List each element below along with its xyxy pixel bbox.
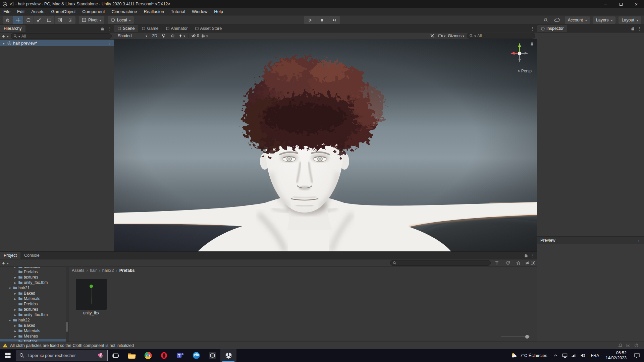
- kebab-menu-icon[interactable]: [637, 26, 642, 31]
- thumbnail-zoom-slider[interactable]: [501, 335, 530, 339]
- expand-arrow-icon[interactable]: [13, 280, 17, 285]
- transform-tool-button[interactable]: [55, 16, 65, 24]
- hidden-packages-toggle[interactable]: 10: [525, 261, 535, 265]
- scene-view-tab[interactable]: Game: [138, 25, 162, 32]
- menu-item[interactable]: Reallusion: [140, 8, 167, 15]
- taskbar-clock[interactable]: 06:52 14/02/2023: [602, 349, 630, 362]
- lock-icon[interactable]: [524, 253, 528, 258]
- notifications-icon[interactable]: [618, 343, 623, 348]
- folder-tree-row[interactable]: Baked: [0, 291, 68, 296]
- expand-arrow-icon[interactable]: [13, 275, 17, 280]
- activity-icon[interactable]: [626, 343, 631, 348]
- chevron-down-icon[interactable]: [7, 260, 9, 265]
- scene-view-tab[interactable]: Animator: [162, 25, 192, 32]
- taskbar-app-opera[interactable]: [156, 349, 172, 362]
- expand-arrow-icon[interactable]: [13, 328, 17, 333]
- scene-tools-toggle[interactable]: [428, 33, 436, 39]
- scrollbar-thumb[interactable]: [66, 322, 68, 332]
- expand-arrow-icon[interactable]: [13, 267, 17, 269]
- menu-item[interactable]: Edit: [14, 8, 28, 15]
- kebab-menu-icon[interactable]: [530, 26, 535, 31]
- tab-hierarchy[interactable]: Hierarchy: [0, 25, 25, 32]
- search-by-type-icon[interactable]: [493, 259, 501, 267]
- account-dropdown[interactable]: Account: [565, 16, 590, 24]
- kebab-menu-icon[interactable]: [107, 41, 114, 46]
- expand-arrow-icon[interactable]: [13, 312, 17, 317]
- gizmos-dropdown[interactable]: Gizmos: [448, 33, 464, 39]
- kebab-menu-icon[interactable]: [107, 26, 111, 31]
- scale-tool-button[interactable]: [34, 16, 44, 24]
- expand-arrow-icon[interactable]: [13, 334, 17, 339]
- asset-item[interactable]: unity_fbx: [75, 279, 107, 315]
- folder-tree-row[interactable]: Materials: [0, 328, 68, 334]
- task-view-button[interactable]: [108, 349, 124, 362]
- pivot-toggle[interactable]: Pivot: [79, 16, 104, 24]
- layers-dropdown[interactable]: Layers: [593, 16, 616, 24]
- taskbar-app-edge[interactable]: [188, 349, 204, 362]
- network-icon[interactable]: [571, 353, 577, 358]
- rect-tool-button[interactable]: [44, 16, 55, 24]
- project-panel-tab[interactable]: Console: [20, 252, 43, 259]
- tab-inspector[interactable]: Inspector: [537, 25, 567, 32]
- taskbar-app-unity-hub[interactable]: [204, 349, 220, 362]
- progress-icon[interactable]: [634, 343, 639, 348]
- folder-tree-row[interactable]: textures: [0, 275, 68, 280]
- slider-thumb[interactable]: [525, 335, 529, 339]
- close-button[interactable]: [629, 0, 644, 8]
- start-button[interactable]: [0, 349, 16, 362]
- chevron-down-icon[interactable]: [7, 34, 9, 39]
- expand-arrow-icon[interactable]: [8, 286, 12, 290]
- local-toggle[interactable]: Local: [108, 16, 134, 24]
- tray-expand-button[interactable]: [551, 349, 560, 362]
- cloud-icon[interactable]: [553, 16, 562, 24]
- expand-arrow-icon[interactable]: [13, 307, 17, 312]
- grid-settings-dropdown[interactable]: [201, 33, 208, 39]
- taskbar-search[interactable]: Taper ici pour rechercher: [16, 350, 108, 361]
- menu-item[interactable]: Assets: [28, 8, 48, 15]
- folder-tree-row[interactable]: Baked: [0, 323, 68, 328]
- breadcrumb-item[interactable]: Assets: [72, 268, 85, 273]
- expand-arrow-icon[interactable]: [8, 318, 12, 322]
- folder-tree-row[interactable]: textures: [0, 307, 68, 312]
- status-message[interactable]: All cloth particles are fixed so the Clo…: [10, 343, 134, 348]
- folder-tree-row[interactable]: Materials: [0, 267, 68, 269]
- scene-3d-render[interactable]: [114, 39, 537, 251]
- projection-mode-label[interactable]: < Persp: [518, 69, 532, 73]
- folder-tree-row[interactable]: Meshes: [0, 334, 68, 339]
- collab-icon[interactable]: [541, 16, 550, 24]
- rotate-tool-button[interactable]: [23, 16, 34, 24]
- folder-tree-row[interactable]: Materials: [0, 296, 68, 301]
- saved-search-star-icon[interactable]: [514, 259, 523, 267]
- step-button[interactable]: [328, 16, 340, 24]
- folder-tree-row[interactable]: Prefabs: [0, 301, 68, 307]
- scene-visibility-toggle[interactable]: 0: [191, 33, 199, 39]
- action-center-button[interactable]: [630, 349, 644, 362]
- hierarchy-search-input[interactable]: [21, 34, 109, 39]
- preview-header[interactable]: Preview: [537, 236, 644, 244]
- project-panel-tab[interactable]: Project: [0, 252, 20, 259]
- taskbar-app-chrome[interactable]: [140, 349, 156, 362]
- menu-item[interactable]: Window: [189, 8, 211, 15]
- folder-tree-row[interactable]: hair22: [0, 317, 68, 323]
- asset-grid[interactable]: unity_fbx: [68, 274, 537, 342]
- search-by-label-icon[interactable]: [503, 259, 512, 267]
- expand-arrow-icon[interactable]: [13, 291, 17, 296]
- menu-item[interactable]: Cinemachine: [108, 8, 141, 15]
- language-indicator[interactable]: FRA: [588, 349, 602, 362]
- search-filter-caret-icon[interactable]: [474, 34, 476, 38]
- folder-tree-row[interactable]: hair21: [0, 285, 68, 291]
- volume-icon[interactable]: [580, 353, 585, 358]
- project-search-input[interactable]: [398, 261, 488, 265]
- kebab-menu-icon[interactable]: [637, 238, 641, 243]
- hierarchy-search[interactable]: [11, 33, 112, 39]
- menu-item[interactable]: Tutorial: [167, 8, 189, 15]
- shading-mode-dropdown[interactable]: Shaded: [116, 33, 149, 39]
- breadcrumb-item[interactable]: hair: [85, 268, 97, 273]
- taskbar-app-teams[interactable]: [172, 349, 188, 362]
- breadcrumb-item[interactable]: Prefabs: [114, 268, 135, 273]
- move-tool-button[interactable]: [13, 16, 23, 24]
- taskbar-app-file-explorer[interactable]: [124, 349, 140, 362]
- custom-tools-button[interactable]: [65, 16, 75, 24]
- status-bar[interactable]: All cloth particles are fixed so the Clo…: [0, 342, 644, 349]
- folder-tree-row[interactable]: Prefabs: [0, 339, 68, 342]
